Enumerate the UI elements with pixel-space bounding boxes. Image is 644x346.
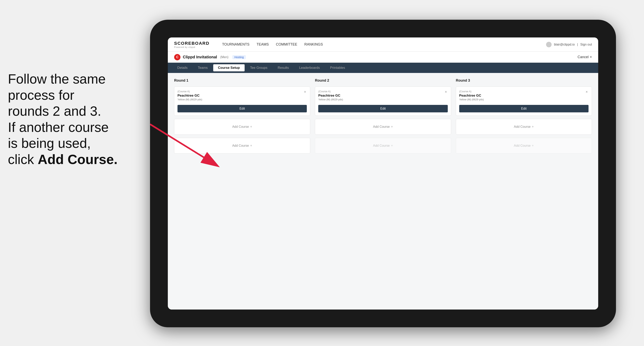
round-1-add-course-2[interactable]: Add Course + bbox=[174, 138, 310, 154]
round-3-delete-button[interactable]: × bbox=[585, 90, 588, 94]
plus-icon-r2: + bbox=[391, 125, 393, 129]
clippd-logo: C bbox=[174, 54, 180, 60]
instruction-line1: Follow the same bbox=[8, 71, 106, 86]
plus-icon-r3-2: + bbox=[532, 144, 534, 148]
card-header: (Course A) Peachtree GC Yellow (M) (6629… bbox=[178, 90, 307, 103]
hosting-badge: Hosting bbox=[232, 55, 246, 59]
round-3-add-course-2: Add Course + bbox=[456, 138, 592, 154]
round-2-add-label-2: Add Course bbox=[373, 144, 390, 148]
delete-icon-r3: × bbox=[586, 90, 588, 94]
tab-leaderboards[interactable]: Leaderboards bbox=[294, 64, 324, 71]
tablet-shell: SCOREBOARD Powered by clippd TOURNAMENTS… bbox=[150, 20, 616, 327]
sub-header: C Clippd Invitational (Men) Hosting Canc… bbox=[168, 52, 598, 63]
logo-main: SCOREBOARD bbox=[174, 41, 210, 46]
round-3-course-card: (Course A) Peachtree GC Yellow (M) (6629… bbox=[456, 87, 592, 116]
tournament-gender: (Men) bbox=[220, 55, 228, 59]
tab-printables[interactable]: Printables bbox=[325, 64, 350, 71]
round-1-add-course-1[interactable]: Add Course + bbox=[174, 119, 310, 135]
round-1-label: Round 1 bbox=[174, 78, 310, 83]
round-1-course-card: (Course A) Peachtree GC Yellow (M) (6629… bbox=[174, 87, 310, 116]
plus-icon-r2-2: + bbox=[391, 144, 393, 148]
round-2-col: Round 2 (Course A) Peachtree GC Yellow (… bbox=[315, 78, 451, 154]
add-course-label-2: Add Course bbox=[232, 144, 249, 148]
plus-icon: + bbox=[250, 125, 252, 129]
round-2-add-course-2: Add Course + bbox=[315, 138, 451, 154]
round-3-edit-button[interactable]: Edit bbox=[459, 105, 588, 112]
rounds-grid: Round 1 (Course A) Peachtree GC Yellow (… bbox=[174, 78, 592, 154]
round-1-col: Round 1 (Course A) Peachtree GC Yellow (… bbox=[174, 78, 310, 154]
nav-links: TOURNAMENTS TEAMS COMMITTEE RANKINGS bbox=[222, 42, 536, 47]
plus-icon-2: + bbox=[250, 144, 252, 148]
nav-teams[interactable]: TEAMS bbox=[257, 42, 269, 47]
main-content: Round 1 (Course A) Peachtree GC Yellow (… bbox=[168, 73, 598, 310]
nav-rankings[interactable]: RANKINGS bbox=[304, 42, 323, 47]
instruction-line3: rounds 2 and 3. bbox=[8, 104, 101, 119]
instruction-line5: is being used, bbox=[8, 136, 91, 151]
tab-course-setup[interactable]: Course Setup bbox=[213, 64, 244, 71]
round-2-add-label: Add Course bbox=[373, 125, 390, 129]
delete-icon: × bbox=[304, 90, 306, 94]
round-2-course-tee: Yellow (M) (6629 yds) bbox=[318, 98, 343, 101]
round-2-course-name: Peachtree GC bbox=[318, 94, 343, 98]
round-2-label: Round 2 bbox=[315, 78, 451, 83]
tab-teams[interactable]: Teams bbox=[193, 64, 212, 71]
instruction-line4: If another course bbox=[8, 120, 108, 135]
round-3-course-tee: Yellow (M) (6629 yds) bbox=[459, 98, 484, 101]
logo-sub: Powered by clippd bbox=[174, 46, 210, 48]
user-avatar bbox=[546, 42, 552, 47]
sign-out-link[interactable]: Sign out bbox=[580, 43, 592, 46]
round-1-delete-button[interactable]: × bbox=[303, 90, 307, 94]
round-3-add-label-2: Add Course bbox=[514, 144, 531, 148]
top-nav: SCOREBOARD Powered by clippd TOURNAMENTS… bbox=[168, 37, 598, 52]
round-3-label: Round 3 bbox=[456, 78, 592, 83]
nav-separator: | bbox=[577, 43, 578, 46]
round-2-card-header: (Course A) Peachtree GC Yellow (M) (6629… bbox=[318, 90, 448, 103]
scoreboard-logo: SCOREBOARD Powered by clippd bbox=[174, 41, 210, 48]
nav-committee[interactable]: COMMITTEE bbox=[276, 42, 297, 47]
round-2-course-card: (Course A) Peachtree GC Yellow (M) (6629… bbox=[315, 87, 451, 116]
sub-header-left: C Clippd Invitational (Men) Hosting bbox=[174, 54, 246, 60]
round-1-edit-button[interactable]: Edit bbox=[178, 105, 307, 112]
round-3-card-header: (Course A) Peachtree GC Yellow (M) (6629… bbox=[459, 90, 588, 103]
round-1-course-name: Peachtree GC bbox=[178, 94, 202, 98]
close-icon: × bbox=[590, 55, 592, 59]
round-2-add-course-1[interactable]: Add Course + bbox=[315, 119, 451, 135]
round-3-add-label: Add Course bbox=[514, 125, 531, 129]
delete-icon-r2: × bbox=[445, 90, 447, 94]
round-3-course-name: Peachtree GC bbox=[459, 94, 484, 98]
instruction-line6: click bbox=[8, 152, 38, 167]
tablet-screen: SCOREBOARD Powered by clippd TOURNAMENTS… bbox=[168, 37, 598, 310]
instruction-bold: Add Course. bbox=[38, 152, 118, 167]
tab-tee-groups[interactable]: Tee Groups bbox=[246, 64, 272, 71]
round-3-course-tag: (Course A) bbox=[459, 90, 484, 93]
add-course-label: Add Course bbox=[232, 125, 249, 129]
cancel-button[interactable]: Cancel × bbox=[578, 55, 592, 59]
instruction-line2: process for bbox=[8, 88, 74, 103]
round-1-course-tag: (Course A) bbox=[178, 90, 202, 93]
round-3-add-course-1[interactable]: Add Course + bbox=[456, 119, 592, 135]
round-2-course-tag: (Course A) bbox=[318, 90, 343, 93]
plus-icon-r3: + bbox=[532, 125, 534, 129]
tabs-row: Details Teams Course Setup Tee Groups Re… bbox=[168, 63, 598, 73]
round-3-col: Round 3 (Course A) Peachtree GC Yellow (… bbox=[456, 78, 592, 154]
user-email: blair@clippd.io bbox=[554, 43, 575, 46]
tab-details[interactable]: Details bbox=[172, 64, 192, 71]
round-2-edit-button[interactable]: Edit bbox=[318, 105, 448, 112]
round-1-course-tee: Yellow (M) (6629 yds) bbox=[178, 98, 202, 101]
nav-tournaments[interactable]: TOURNAMENTS bbox=[222, 42, 250, 47]
nav-right: blair@clippd.io | Sign out bbox=[546, 42, 592, 47]
tournament-name: Clippd Invitational bbox=[183, 55, 217, 59]
round-2-delete-button[interactable]: × bbox=[444, 90, 448, 94]
tab-results[interactable]: Results bbox=[273, 64, 294, 71]
